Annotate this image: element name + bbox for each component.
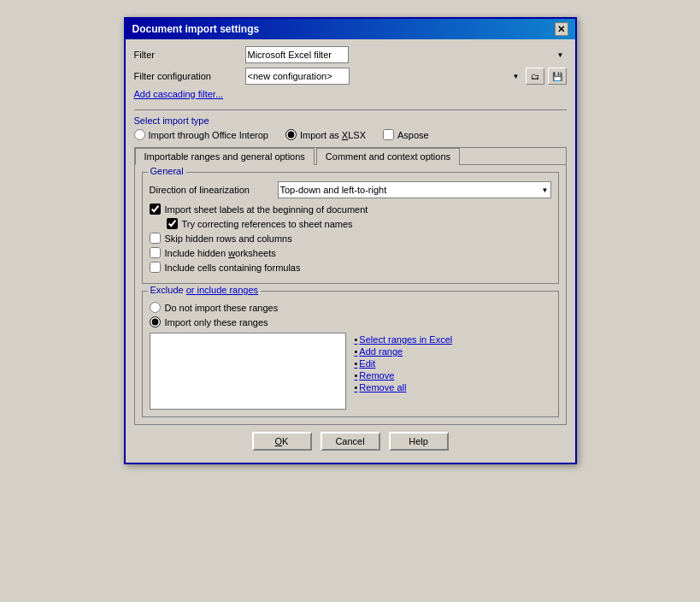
help-button[interactable]: Help — [389, 432, 449, 451]
filter-select-wrap: Microsoft Excel filter — [245, 46, 567, 63]
tabs-container: Importable ranges and general options Co… — [134, 147, 567, 425]
filter-control-wrap: Microsoft Excel filter — [245, 46, 567, 63]
open-config-button[interactable]: 🗂 — [526, 68, 544, 85]
cb1-label: Import sheet labels at the beginning of … — [165, 204, 368, 215]
ok-button[interactable]: OK — [252, 432, 312, 451]
help-label: Help — [409, 436, 428, 446]
cb1-row: Import sheet labels at the beginning of … — [150, 204, 551, 215]
import-xlsx-radio[interactable] — [285, 129, 297, 140]
cb1-import-sheet-labels[interactable] — [150, 204, 161, 215]
filter-config-control-wrap: <new configuration> 🗂 💾 — [245, 68, 567, 85]
dir-label: Direction of linearization — [150, 185, 278, 195]
select-ranges-action[interactable]: • Select ranges in Excel — [355, 334, 453, 345]
cb4-include-formulas[interactable] — [150, 262, 161, 273]
remove-label: Remove — [359, 370, 394, 381]
cb3-label: Include hidden worksheets — [165, 248, 276, 258]
edit-action[interactable]: • Edit — [355, 358, 453, 369]
add-range-label: Add range — [359, 346, 403, 357]
remove-action[interactable]: • Remove — [355, 370, 453, 381]
dialog-window: Document import settings ✕ Filter Micros… — [124, 17, 577, 464]
cancel-button[interactable]: Cancel — [321, 432, 380, 451]
bullet5: • — [355, 382, 358, 392]
select-ranges-label: Select ranges in Excel — [359, 334, 452, 345]
cb4-row: Include cells containing formulas — [150, 262, 551, 273]
filter-config-label: Filter configuration — [134, 71, 245, 81]
ranges-section: • Select ranges in Excel • Add range • E… — [150, 333, 551, 410]
exclude-radio2[interactable] — [150, 316, 161, 328]
filter-config-select-wrap: <new configuration> — [245, 68, 522, 85]
tab-comment-context[interactable]: Comment and context options — [316, 148, 460, 165]
bullet3: • — [355, 358, 358, 369]
cb2-row: Skip hidden rows and columns — [150, 233, 551, 244]
dir-row: Direction of linearization Top-down and … — [150, 181, 551, 198]
import-interop-radio-label[interactable]: Import through Office Interop — [134, 129, 268, 140]
filter-row: Filter Microsoft Excel filter — [134, 46, 567, 63]
cancel-label: Cancel — [335, 436, 364, 446]
filter-label: Filter — [134, 50, 245, 60]
tab-content: General Direction of linearization Top-d… — [135, 165, 566, 424]
exclude-group: Exclude or include ranges Do not import … — [142, 291, 559, 417]
exclude-radio1-label: Do not import these ranges — [165, 303, 279, 313]
close-button[interactable]: ✕ — [555, 22, 568, 36]
cb3-row: Include hidden worksheets — [150, 247, 551, 258]
cb1-indented-label: Try correcting references to sheet names — [182, 219, 353, 229]
cb4-label: Include cells containing formulas — [165, 263, 301, 273]
import-aspose-radio-label[interactable]: Aspose — [383, 129, 429, 140]
cb1-indented-correct-refs[interactable] — [167, 218, 178, 229]
import-type-radio-group: Import through Office Interop Import as … — [134, 129, 567, 140]
import-interop-radio[interactable] — [134, 129, 145, 140]
exclude-group-title: Exclude or include ranges — [148, 285, 262, 295]
ranges-actions: • Select ranges in Excel • Add range • E… — [355, 333, 453, 410]
bullet4: • — [355, 370, 358, 381]
import-interop-label: Import through Office Interop — [149, 130, 268, 140]
close-icon: ✕ — [557, 24, 565, 35]
tab-importable-ranges-label: Importable ranges and general options — [144, 151, 305, 162]
divider1 — [134, 109, 567, 110]
edit-label: Edit — [359, 358, 375, 369]
save-icon: 💾 — [552, 72, 562, 81]
folder-icon: 🗂 — [531, 72, 539, 81]
exclude-radio2-row: Import only these ranges — [150, 316, 551, 328]
general-group-title: General — [148, 166, 186, 176]
remove-all-label: Remove all — [359, 382, 406, 392]
cb2-label: Skip hidden rows and columns — [165, 233, 292, 244]
import-aspose-checkbox[interactable] — [383, 129, 394, 140]
dialog-title: Document import settings — [132, 23, 260, 35]
dir-select[interactable]: Top-down and left-to-right — [278, 181, 551, 198]
filter-select[interactable]: Microsoft Excel filter — [245, 46, 349, 63]
cb1-indented-row: Try correcting references to sheet names — [167, 218, 551, 229]
dialog-body: Filter Microsoft Excel filter Filter con… — [126, 39, 575, 463]
filter-config-select[interactable]: <new configuration> — [245, 68, 350, 85]
exclude-static-text: Exclude — [150, 285, 186, 295]
save-config-button[interactable]: 💾 — [548, 68, 567, 85]
cb3-include-hidden[interactable] — [150, 247, 161, 258]
ok-label: OK — [275, 436, 289, 446]
bullet1: • — [355, 334, 358, 345]
import-xlsx-label: Import as XLSX — [300, 130, 366, 140]
exclude-radio1[interactable] — [150, 302, 161, 313]
import-aspose-label: Aspose — [397, 130, 429, 140]
filter-config-row: Filter configuration <new configuration>… — [134, 68, 567, 85]
dir-select-wrap: Top-down and left-to-right — [278, 181, 551, 198]
ranges-listbox[interactable] — [150, 333, 346, 410]
bullet2: • — [355, 346, 358, 357]
tab-importable-ranges[interactable]: Importable ranges and general options — [135, 148, 315, 165]
exclude-radio2-label: Import only these ranges — [165, 317, 268, 328]
tab-bar: Importable ranges and general options Co… — [135, 148, 566, 165]
add-cascade-link[interactable]: Add cascading filter... — [134, 89, 224, 99]
dialog-buttons: OK Cancel Help — [134, 425, 567, 454]
remove-all-action[interactable]: • Remove all — [355, 382, 453, 392]
import-type-section-label: Select import type — [134, 115, 567, 126]
exclude-radio1-row: Do not import these ranges — [150, 302, 551, 313]
add-range-action[interactable]: • Add range — [355, 346, 453, 357]
general-group: General Direction of linearization Top-d… — [142, 172, 559, 284]
title-bar: Document import settings ✕ — [126, 19, 575, 39]
import-xlsx-radio-label[interactable]: Import as XLSX — [285, 129, 366, 140]
or-include-link[interactable]: or include ranges — [186, 285, 258, 295]
tab-comment-context-label: Comment and context options — [326, 151, 450, 162]
cb2-skip-hidden[interactable] — [150, 233, 161, 244]
